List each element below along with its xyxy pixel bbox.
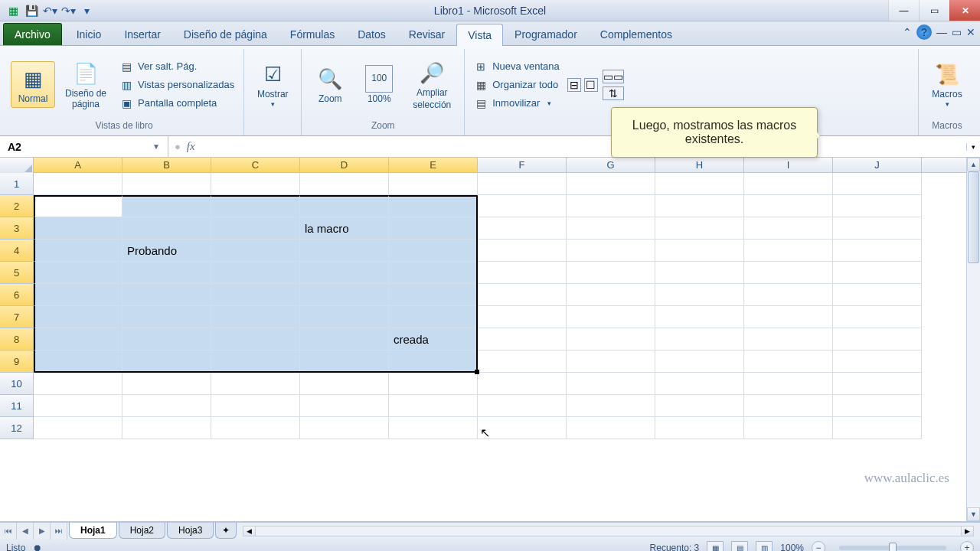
cell-H1[interactable]	[655, 173, 744, 195]
qat-dropdown-icon[interactable]: ▾	[78, 2, 95, 19]
cell-J7[interactable]	[833, 306, 922, 328]
cell-I7[interactable]	[744, 306, 833, 328]
row-header-5[interactable]: 5	[0, 262, 34, 284]
sheet-tab-hoja3[interactable]: Hoja3	[167, 523, 214, 539]
cell-C10[interactable]	[211, 373, 300, 395]
cell-D9[interactable]	[300, 350, 389, 373]
cell-E5[interactable]	[389, 262, 478, 284]
col-header-B[interactable]: B	[122, 158, 211, 172]
cell-H6[interactable]	[655, 284, 744, 306]
sheet-next-icon[interactable]: ▶	[34, 523, 51, 540]
tab-programador[interactable]: Programador	[503, 23, 589, 45]
sheet-last-icon[interactable]: ⏭	[51, 523, 67, 540]
cell-G10[interactable]	[567, 373, 655, 395]
row-header-9[interactable]: 9	[0, 350, 34, 373]
cell-B12[interactable]	[122, 417, 211, 439]
cell-F4[interactable]	[478, 240, 567, 262]
cell-C12[interactable]	[211, 417, 300, 439]
cell-J12[interactable]	[833, 417, 922, 439]
tab-insertar[interactable]: Insertar	[113, 23, 172, 45]
select-all-corner[interactable]	[0, 158, 34, 173]
doc-minimize-icon[interactable]: —	[936, 26, 947, 38]
cell-D10[interactable]	[300, 373, 389, 395]
cell-D2[interactable]	[300, 195, 389, 217]
zoom-level[interactable]: 100%	[780, 543, 804, 551]
zoom-button[interactable]: 🔍 Zoom	[308, 62, 352, 107]
tab-inicio[interactable]: Inicio	[65, 23, 113, 45]
cell-J1[interactable]	[833, 173, 922, 195]
cell-D5[interactable]	[300, 262, 389, 284]
compare-icon[interactable]: ▭▭	[603, 70, 624, 83]
cell-H11[interactable]	[655, 395, 744, 417]
cell-C2[interactable]	[211, 195, 300, 217]
cell-J6[interactable]	[833, 284, 922, 306]
zoom-knob[interactable]	[889, 543, 897, 551]
row-header-2[interactable]: 2	[0, 195, 34, 217]
cell-H8[interactable]	[655, 328, 744, 350]
cell-E1[interactable]	[389, 173, 478, 195]
cell-A11[interactable]	[34, 395, 122, 417]
cell-G6[interactable]	[567, 284, 655, 306]
cell-G3[interactable]	[567, 217, 655, 240]
cell-C8[interactable]	[211, 328, 300, 350]
cell-F11[interactable]	[478, 395, 567, 417]
formula-expand-icon[interactable]: ▾	[966, 143, 980, 151]
cell-A5[interactable]	[34, 262, 122, 284]
normal-view-status-button[interactable]: ▦	[707, 541, 724, 551]
cancel-formula-icon[interactable]: ●	[175, 141, 181, 152]
tab-archivo[interactable]: Archivo	[3, 23, 62, 45]
vertical-scrollbar[interactable]: ▲ ▼	[966, 158, 980, 521]
cell-D1[interactable]	[300, 173, 389, 195]
cell-B8[interactable]	[122, 328, 211, 350]
col-header-A[interactable]: A	[34, 158, 122, 172]
cell-J8[interactable]	[833, 328, 922, 350]
cell-G11[interactable]	[567, 395, 655, 417]
cell-E9[interactable]	[389, 350, 478, 373]
cell-A6[interactable]	[34, 284, 122, 306]
cell-J5[interactable]	[833, 262, 922, 284]
cell-A3[interactable]	[34, 217, 122, 240]
tab-revisar[interactable]: Revisar	[397, 23, 456, 45]
cell-G8[interactable]	[567, 328, 655, 350]
scroll-down-icon[interactable]: ▼	[967, 507, 980, 521]
cell-B2[interactable]	[122, 195, 211, 217]
cell-G5[interactable]	[567, 262, 655, 284]
cell-J11[interactable]	[833, 395, 922, 417]
cell-B1[interactable]	[122, 173, 211, 195]
page-break-preview-button[interactable]: ▤Ver salt. Pág.	[116, 58, 237, 75]
minimize-ribbon-icon[interactable]: ⌃	[903, 26, 912, 38]
scroll-right-icon[interactable]: ▶	[961, 527, 973, 536]
cell-D7[interactable]	[300, 306, 389, 328]
help-icon[interactable]: ?	[916, 24, 932, 40]
cell-F8[interactable]	[478, 328, 567, 350]
cell-I10[interactable]	[744, 373, 833, 395]
name-box[interactable]: A2 ▼	[0, 136, 168, 157]
cell-F12[interactable]	[478, 417, 567, 439]
row-header-7[interactable]: 7	[0, 306, 34, 328]
cell-J9[interactable]	[833, 350, 922, 373]
cell-G12[interactable]	[567, 417, 655, 439]
col-header-C[interactable]: C	[211, 158, 300, 172]
zoom-100-button[interactable]: 100 100%	[357, 62, 401, 107]
zoom-in-button[interactable]: +	[960, 541, 974, 551]
cell-G9[interactable]	[567, 350, 655, 373]
cell-I2[interactable]	[744, 195, 833, 217]
new-window-button[interactable]: ⊞Nueva ventana	[471, 58, 562, 75]
cell-C11[interactable]	[211, 395, 300, 417]
cell-B4[interactable]: Probando	[122, 240, 211, 262]
tab-vista[interactable]: Vista	[456, 24, 503, 46]
cell-D4[interactable]	[300, 240, 389, 262]
cell-F1[interactable]	[478, 173, 567, 195]
col-header-E[interactable]: E	[389, 158, 478, 172]
cell-C9[interactable]	[211, 350, 300, 373]
cell-F2[interactable]	[478, 195, 567, 217]
sheet-tab-hoja2[interactable]: Hoja2	[119, 523, 165, 539]
normal-view-button[interactable]: ▦ Normal	[11, 61, 55, 108]
name-box-dropdown-icon[interactable]: ▼	[152, 142, 160, 151]
cell-H5[interactable]	[655, 262, 744, 284]
macros-button[interactable]: 📜 Macros ▾	[925, 57, 969, 112]
cell-D8[interactable]	[300, 328, 389, 350]
cell-I9[interactable]	[744, 350, 833, 373]
scroll-left-icon[interactable]: ◀	[243, 527, 256, 536]
formula-bar[interactable]: ● fx	[168, 140, 966, 153]
